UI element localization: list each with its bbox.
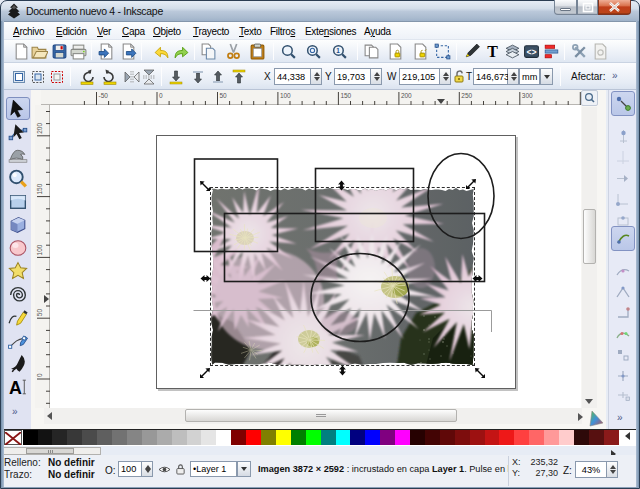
svg-text:A: A	[9, 377, 22, 397]
svg-text:300: 300	[522, 92, 533, 99]
svg-text:100: 100	[280, 92, 291, 99]
svg-text:0: 0	[159, 92, 163, 99]
svg-text:50: 50	[220, 92, 228, 99]
svg-text:50: 50	[36, 309, 43, 317]
svg-text:<>: <>	[526, 48, 536, 58]
svg-text:100: 100	[36, 244, 43, 255]
svg-text:200: 200	[401, 92, 412, 99]
svg-text:150: 150	[340, 92, 351, 99]
svg-text:T: T	[487, 43, 498, 60]
svg-text:1: 1	[336, 47, 340, 54]
svg-text:150: 150	[36, 183, 43, 194]
svg-text:250: 250	[461, 92, 472, 99]
svg-text:0: 0	[36, 373, 43, 377]
svg-text:200: 200	[36, 123, 43, 134]
svg-text:-50: -50	[99, 92, 109, 99]
